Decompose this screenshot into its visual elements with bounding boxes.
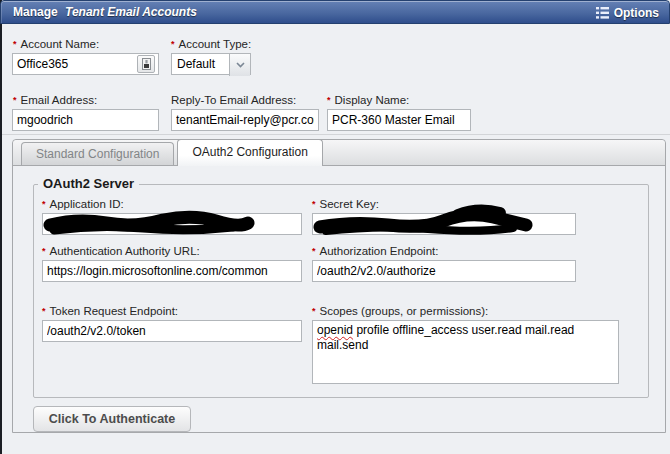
authorization-endpoint-label: *Authorization Endpoint: xyxy=(312,245,438,257)
edit-trigger-icon[interactable] xyxy=(137,55,155,73)
scopes-misspelled-word: openid xyxy=(317,323,353,337)
options-list-icon xyxy=(596,7,609,19)
account-type-value: Default xyxy=(177,57,215,71)
secret-key-input[interactable] xyxy=(312,213,576,235)
display-name-input[interactable] xyxy=(327,109,471,131)
scopes-textarea[interactable]: openid profile offline_access user.read … xyxy=(312,320,619,384)
section-divider xyxy=(2,134,670,135)
account-name-label: *Account Name: xyxy=(13,38,99,50)
scopes-label: *Scopes (groups, or permissions): xyxy=(312,305,488,317)
page-title-prefix: Manage xyxy=(13,5,58,19)
click-to-authenticate-button[interactable]: Click To Authenticate xyxy=(33,406,191,432)
auth-authority-url-label: *Authentication Authority URL: xyxy=(42,245,200,257)
required-marker: * xyxy=(42,199,46,209)
options-button[interactable]: Options xyxy=(596,1,659,25)
secret-key-label: *Secret Key: xyxy=(312,198,379,210)
tab-standard-configuration[interactable]: Standard Configuration xyxy=(21,142,174,165)
chevron-down-icon[interactable] xyxy=(229,54,250,76)
configuration-tabpanel: Standard Configuration OAuth2 Configurat… xyxy=(12,139,666,433)
email-address-label: *Email Address: xyxy=(13,94,97,106)
required-marker: * xyxy=(13,39,17,49)
display-name-label: *Display Name: xyxy=(327,94,409,106)
required-marker: * xyxy=(42,306,46,316)
application-id-input[interactable] xyxy=(42,213,302,235)
required-marker: * xyxy=(312,306,316,316)
auth-authority-url-input[interactable] xyxy=(42,260,302,282)
email-address-input[interactable] xyxy=(12,109,159,131)
required-marker: * xyxy=(312,199,316,209)
account-type-label: *Account Type: xyxy=(171,38,251,50)
scopes-rest: profile offline_access user.read mail.re… xyxy=(317,323,574,352)
tab-oauth2-configuration[interactable]: OAuth2 Configuration xyxy=(177,139,322,166)
options-button-label: Options xyxy=(614,6,659,20)
titlebar: Manage Tenant Email Accounts Options xyxy=(0,0,670,24)
authorization-endpoint-input[interactable] xyxy=(312,260,576,282)
reply-to-input[interactable] xyxy=(171,109,319,131)
oauth2-server-fieldset: OAuth2 Server *Application ID: *Secret K… xyxy=(33,184,649,398)
token-request-endpoint-input[interactable] xyxy=(42,320,302,342)
window-left-border xyxy=(0,0,2,454)
account-type-combobox[interactable]: Default xyxy=(171,53,251,75)
oauth2-server-legend: OAuth2 Server xyxy=(38,176,139,191)
page-title-entity: Tenant Email Accounts xyxy=(65,5,197,19)
reply-to-label: Reply-To Email Address: xyxy=(171,94,296,106)
token-request-endpoint-label: *Token Request Endpoint: xyxy=(42,305,178,317)
required-marker: * xyxy=(42,246,46,256)
tab-strip: Standard Configuration OAuth2 Configurat… xyxy=(13,140,665,166)
required-marker: * xyxy=(171,39,175,49)
required-marker: * xyxy=(327,95,331,105)
required-marker: * xyxy=(13,95,17,105)
application-id-label: *Application ID: xyxy=(42,198,124,210)
required-marker: * xyxy=(312,246,316,256)
page-title: Manage Tenant Email Accounts xyxy=(13,5,197,19)
